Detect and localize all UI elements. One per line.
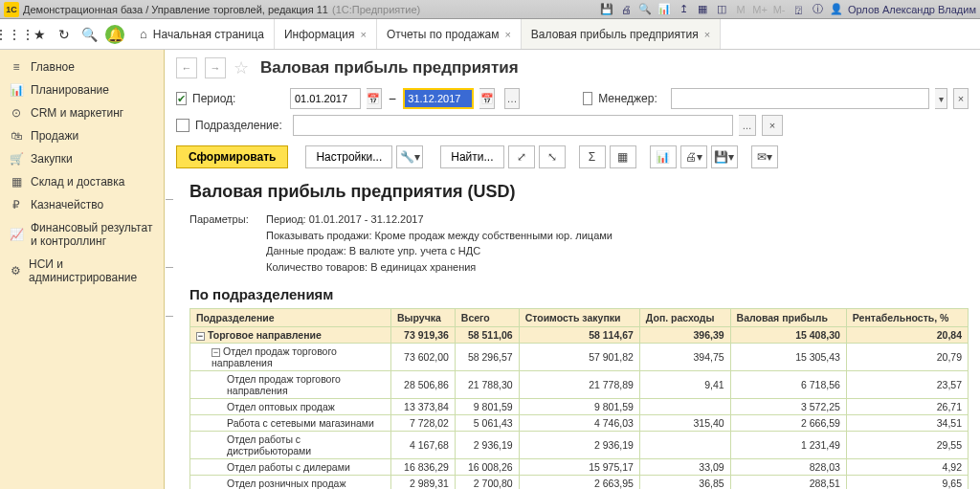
table-row[interactable]: Отдел работы с дилерами16 836,2916 008,2…	[190, 459, 969, 476]
m-icon[interactable]: M	[733, 2, 748, 17]
info-icon[interactable]: ⓘ	[810, 2, 825, 17]
upload-icon[interactable]: ↥	[676, 2, 691, 17]
sidebar-item[interactable]: ▦Склад и доставка	[0, 170, 164, 193]
manager-clear-button[interactable]: ×	[953, 88, 969, 109]
nav-back-button[interactable]: ←	[176, 57, 197, 78]
table-icon-button[interactable]: ▦	[610, 145, 636, 168]
dept-input[interactable]	[293, 115, 733, 136]
table-row[interactable]: Отдел розничных продаж2 989,312 700,802 …	[190, 476, 969, 490]
tab-gross-profit[interactable]: Валовая прибыль предприятия×	[522, 19, 721, 49]
calc-icon[interactable]: 📊	[657, 2, 672, 17]
manager-dropdown-button[interactable]: ▾	[935, 88, 947, 109]
mail-icon-button[interactable]: ✉▾	[751, 145, 778, 168]
collapse-icon-button[interactable]: ⤡	[539, 145, 566, 168]
close-icon[interactable]: ×	[704, 29, 710, 40]
save-icon-button[interactable]: 💾▾	[711, 145, 738, 168]
sidebar-item[interactable]: 🛒Закупки	[0, 147, 164, 170]
print-icon[interactable]: 🖨	[618, 2, 634, 17]
col-rev: Выручка	[391, 309, 456, 327]
sidebar-item[interactable]: ₽Казначейство	[0, 193, 164, 216]
generate-button[interactable]: Сформировать	[176, 145, 288, 168]
help-icon[interactable]: ⍰	[791, 2, 806, 17]
cell-value: 20,79	[846, 344, 968, 371]
chart-icon-button[interactable]: 📊	[650, 145, 677, 168]
calendar-icon[interactable]: ▦	[695, 2, 710, 17]
dept-clear-button[interactable]: ×	[762, 115, 783, 136]
expand-icon-button[interactable]: ⤢	[508, 145, 535, 168]
report-subtitle: По подразделениям	[189, 286, 969, 302]
sidebar-item[interactable]: 🛍Продажи	[0, 124, 164, 147]
apps-icon[interactable]: ⋮⋮⋮	[6, 26, 23, 43]
period-select-button[interactable]: …	[504, 88, 520, 109]
filter-icon-button[interactable]: 🔧▾	[396, 145, 423, 168]
grid-icon[interactable]: ◫	[714, 2, 729, 17]
cell-value: 57 901,82	[519, 344, 639, 371]
cell-value: 73 602,00	[391, 344, 456, 371]
sidebar-item[interactable]: ≡Главное	[0, 56, 164, 78]
tab-home[interactable]: ⌂Начальная страница	[130, 19, 275, 49]
cell-value: 58 296,57	[455, 344, 519, 371]
param-period: Период: 01.01.2017 - 31.12.2017	[266, 211, 612, 228]
nav-fwd-button[interactable]: →	[205, 57, 226, 78]
period-label: Период:	[192, 92, 284, 105]
date-to-input[interactable]	[403, 88, 474, 109]
sidebar-item[interactable]: ⊙CRM и маркетинг	[0, 101, 164, 124]
find-button[interactable]: Найти...	[440, 145, 503, 168]
report-title: Валовая прибыль предприятия (USD)	[189, 182, 969, 202]
table-row[interactable]: Отдел работы с дистрибьюторами4 167,682 …	[190, 432, 969, 459]
search-nav-icon[interactable]: 🔍	[80, 26, 98, 43]
user-icon[interactable]: 👤	[829, 2, 844, 17]
report-area: Валовая прибыль предприятия (USD) Параме…	[165, 176, 980, 489]
favorite-star-icon[interactable]: ☆	[234, 57, 249, 78]
app-icon: 1C	[4, 2, 19, 17]
star-icon[interactable]: ★	[31, 26, 48, 43]
bell-icon[interactable]: 🔔	[105, 25, 124, 44]
close-icon[interactable]: ×	[504, 29, 510, 40]
col-dept: Подразделение	[190, 309, 391, 327]
manager-checkbox[interactable]	[583, 92, 592, 105]
cell-value: 21 778,89	[519, 371, 639, 399]
cell-value: 828,03	[730, 459, 846, 476]
manager-input[interactable]	[671, 88, 929, 109]
param-currency: Данные продаж: В валюте упр. учета с НДС	[266, 243, 612, 259]
user-name[interactable]: Орлов Александр Владим	[848, 4, 976, 15]
sidebar-label: Главное	[31, 60, 75, 74]
save-icon[interactable]: 💾	[599, 2, 614, 17]
period-checkbox[interactable]: ✔	[176, 92, 187, 105]
close-icon[interactable]: ×	[360, 29, 366, 40]
m-plus-icon[interactable]: M+	[752, 2, 768, 17]
history-icon[interactable]: ↻	[56, 26, 73, 43]
date-from-input[interactable]	[290, 88, 361, 109]
m-minus-icon[interactable]: M-	[771, 2, 787, 17]
cell-value: 7 728,02	[391, 415, 456, 432]
date-to-cal-button[interactable]: 📅	[479, 88, 495, 109]
settings-button[interactable]: Настройки...	[305, 145, 392, 168]
tree-toggle[interactable]: −	[212, 348, 220, 357]
tree-toggle[interactable]: −	[196, 332, 205, 341]
table-row[interactable]: Работа с сетевыми магазинами7 728,025 06…	[190, 415, 969, 432]
sum-icon-button[interactable]: Σ	[579, 145, 606, 168]
cell-value: 15 305,43	[730, 344, 846, 371]
print-icon-button[interactable]: 🖨▾	[680, 145, 707, 168]
table-row[interactable]: −Отдел продаж торгового направления73 60…	[190, 344, 969, 371]
date-from-cal-button[interactable]: 📅	[367, 88, 382, 109]
dept-dropdown-button[interactable]: …	[739, 115, 756, 136]
cell-value: 288,51	[730, 476, 846, 490]
dept-checkbox[interactable]	[176, 119, 189, 132]
table-row[interactable]: Отдел продаж торгового направления28 506…	[190, 371, 969, 399]
command-bar: Сформировать Настройки... 🔧▾ Найти... ⤢ …	[165, 144, 980, 176]
table-row[interactable]: Отдел оптовых продаж13 373,849 801,599 8…	[190, 399, 969, 415]
cell-value: 4 746,03	[519, 415, 639, 432]
sidebar-item[interactable]: ⚙НСИ и администрирование	[0, 253, 164, 289]
col-total: Всего	[455, 309, 519, 327]
table-row[interactable]: −Торговое направление73 919,3658 511,065…	[190, 327, 969, 344]
tab-reports-label: Отчеты по продажам	[387, 28, 500, 41]
sidebar-item[interactable]: 📊Планирование	[0, 78, 164, 101]
search-icon[interactable]: 🔍	[637, 2, 653, 17]
sidebar-item[interactable]: 📈Финансовый результат и контроллинг	[0, 216, 164, 253]
cell-value: 3 572,25	[730, 399, 846, 415]
tab-reports[interactable]: Отчеты по продажам×	[377, 19, 522, 49]
cell-value: 16 008,26	[455, 459, 519, 476]
tab-info[interactable]: Информация×	[275, 19, 377, 49]
sidebar-icon: ⚙	[10, 264, 21, 278]
